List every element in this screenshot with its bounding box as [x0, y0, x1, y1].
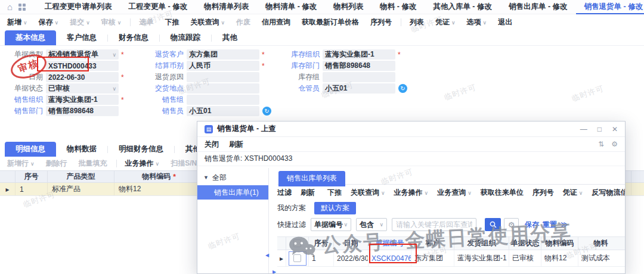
col-seq[interactable]: 序号	[308, 237, 333, 250]
doc-status-field[interactable]: 已审核∨	[46, 83, 119, 94]
splitter-expand-icon[interactable]: ▶	[273, 269, 276, 274]
refresh-circle-icon[interactable]: ↻	[398, 84, 407, 93]
row-checkbox-cell[interactable]	[286, 250, 308, 266]
get-latest-order-price-button[interactable]: 获取最新订单价格	[302, 17, 359, 27]
settlement-currency-field[interactable]: 人民币	[187, 61, 259, 71]
app-tab-eco-change-request-list[interactable]: 工程变更申请单列表	[36, 0, 120, 14]
push-down-button[interactable]: 下推	[165, 17, 179, 27]
sort-icon[interactable]: ⇅	[598, 140, 604, 148]
home-icon[interactable]: ⌂	[7, 2, 13, 12]
warehouse-keeper-field[interactable]: 小五01	[323, 83, 395, 94]
checkbox-icon[interactable]	[293, 254, 301, 262]
business-query-button[interactable]: 业务查询∨	[437, 188, 472, 198]
app-tab-material-list[interactable]: 物料列表	[325, 0, 371, 14]
list-button[interactable]: 列表	[410, 17, 424, 27]
refresh-button[interactable]: 刷新	[301, 188, 315, 198]
tab-sales-outbound-list[interactable]: 销售出库单列表	[278, 171, 345, 186]
writeback-logistics-button[interactable]: 反写物流信息	[592, 188, 625, 198]
app-tab-bom-edit[interactable]: 物料清单 - 修改	[257, 0, 325, 14]
serial-number-button[interactable]: 序列号	[370, 17, 392, 27]
default-plan-chip[interactable]: 默认方案	[314, 202, 356, 214]
outbound-table-row[interactable]: ▸ 1 2022/6/30 XSCKD0476 东方集团 蓝海实业集团-1 已审…	[277, 250, 625, 267]
cell-material[interactable]: 测试成本	[578, 250, 623, 266]
filter-settings-button[interactable]: ⚙	[504, 218, 519, 231]
close-icon[interactable]: ✕	[612, 125, 618, 133]
save-plan-link[interactable]: 保存	[525, 220, 539, 230]
stock-org-field[interactable]: 蓝海实业集团-1	[323, 49, 395, 60]
tree-node-all[interactable]: ▼ 全部	[197, 172, 268, 183]
dialog-refresh-button[interactable]: 刷新	[229, 139, 243, 150]
tab-other[interactable]: 其他	[212, 30, 248, 45]
tab-material-data[interactable]: 物料数据	[56, 142, 107, 157]
date-field[interactable]: 2022-06-30	[46, 72, 119, 82]
cell-delivery-org[interactable]: 蓝海实业集团-1	[454, 250, 509, 266]
cell-customer[interactable]: 东方集团	[411, 250, 454, 266]
tab-detail-info[interactable]: 明细信息	[5, 142, 56, 157]
select-all-cell[interactable]	[286, 237, 308, 250]
app-tab-sales-return-edit[interactable]: 销售退货单 - 修改×	[576, 0, 644, 14]
serial-number-button[interactable]: 序列号	[532, 188, 554, 198]
business-operation-button[interactable]: 业务操作∨	[125, 158, 160, 169]
cell-material-code[interactable]: 物料12	[114, 183, 204, 195]
delivery-place-field[interactable]	[187, 83, 259, 94]
get-partner-button[interactable]: 获取往来单位	[481, 188, 524, 198]
exit-button[interactable]: 退出	[498, 17, 512, 27]
gear-icon[interactable]: ⚙	[611, 140, 618, 148]
business-operation-button[interactable]: 业务操作∨	[394, 188, 429, 198]
minimize-icon[interactable]: —	[580, 125, 587, 133]
return-customer-field[interactable]: 东方集团	[187, 49, 259, 60]
tree-node-sales-outbound[interactable]: 销售出库单(1)	[197, 185, 268, 200]
maximize-icon[interactable]: □	[597, 125, 602, 133]
col-material-code[interactable]: 物料编码*	[114, 171, 204, 182]
sales-group-field[interactable]	[187, 95, 259, 105]
refresh-circle-icon[interactable]: ↻	[262, 107, 271, 116]
new-button[interactable]: 新增∨	[7, 17, 27, 27]
col-material-code[interactable]: 物料编码	[541, 237, 578, 250]
dialog-title-bar[interactable]: ▤ 销售退货单 - 上查 — □ ✕	[197, 122, 625, 137]
col-material[interactable]: 物料	[578, 237, 623, 250]
tab-basic-info[interactable]: 基本信息	[5, 30, 56, 45]
app-tab-eco-change-edit[interactable]: 工程变更单 - 修改	[120, 0, 196, 14]
dialog-close-button[interactable]: 关闭	[205, 139, 219, 150]
credit-query-button[interactable]: 信用查询	[262, 17, 290, 27]
related-query-button[interactable]: 关联查询∨	[190, 17, 225, 27]
cell-product-type[interactable]: 标准产品	[48, 183, 114, 195]
voucher-button[interactable]: 凭证∨	[435, 17, 456, 27]
salesperson-field[interactable]: 小五01	[187, 106, 259, 116]
apps-grid-icon[interactable]	[18, 4, 26, 11]
col-product-type[interactable]: 产品类型	[48, 171, 114, 182]
tab-customer-info[interactable]: 客户信息	[56, 30, 107, 45]
splitter-collapse-icon[interactable]: ◀	[265, 253, 269, 258]
filter-field-select[interactable]: 单据编号∨	[311, 218, 351, 231]
sales-dept-field[interactable]: 销售部898648	[46, 106, 119, 116]
app-tab-bom-list[interactable]: 物料清单列表	[196, 0, 257, 14]
tab-finance-info[interactable]: 财务信息	[108, 30, 159, 45]
filter-operator-select[interactable]: 包含∨	[356, 218, 387, 231]
save-button[interactable]: 保存∨	[39, 17, 59, 27]
cell-material-code[interactable]: 物料12	[541, 250, 578, 266]
stock-dept-field[interactable]: 销售部898648	[323, 61, 395, 71]
cell-seq[interactable]: 1	[308, 250, 333, 266]
col-delivery-org[interactable]: 发货组织	[454, 237, 509, 250]
col-status[interactable]: 单据状态	[509, 237, 541, 250]
col-customer[interactable]: 客户	[411, 237, 454, 250]
voucher-button[interactable]: 凭证∨	[563, 188, 583, 198]
app-tab-material-edit[interactable]: 物料 - 修改	[371, 0, 425, 14]
app-tab-misc-inbound-edit[interactable]: 其他入库单 - 修改	[425, 0, 500, 14]
return-reason-field[interactable]	[187, 72, 259, 82]
keyword-input[interactable]	[392, 218, 476, 231]
tab-detail-finance-info[interactable]: 明细财务信息	[108, 142, 174, 157]
checkbox-icon[interactable]	[293, 239, 301, 247]
tab-logistics-tracking[interactable]: 物流跟踪	[160, 30, 211, 45]
more-chevrons-icon[interactable]: ≫	[561, 220, 568, 229]
filter-button[interactable]: 过滤	[277, 188, 292, 198]
options-button[interactable]: 选项∨	[467, 17, 487, 27]
cell-status[interactable]: 已审核	[509, 250, 541, 266]
app-tab-sales-outbound-edit[interactable]: 销售出库单 - 修改	[500, 0, 576, 14]
reset-link[interactable]: 重置	[543, 220, 557, 230]
cell-seq[interactable]: 1	[16, 183, 48, 195]
col-seq[interactable]: 序号	[16, 171, 48, 182]
cell-date[interactable]: 2022/6/30	[333, 250, 368, 266]
related-query-button[interactable]: 关联查询∨	[351, 188, 385, 198]
search-button[interactable]	[485, 218, 501, 231]
